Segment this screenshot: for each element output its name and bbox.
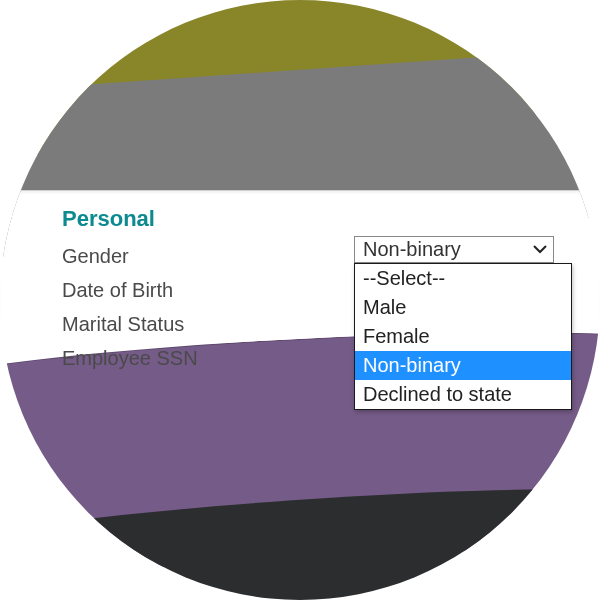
section-title: Personal — [62, 206, 580, 232]
chevron-down-icon — [533, 242, 547, 258]
label-gender: Gender — [62, 245, 332, 268]
label-dob: Date of Birth — [62, 279, 332, 302]
gender-option[interactable]: Male — [355, 293, 571, 322]
gender-option[interactable]: --Select-- — [355, 264, 571, 293]
label-marital: Marital Status — [62, 313, 332, 336]
gender-select[interactable]: Non-binary — [354, 236, 554, 263]
gender-option[interactable]: Female — [355, 322, 571, 351]
circular-viewport: Personal Gender Date of Birth Marital St… — [0, 0, 600, 600]
gender-select-value: Non-binary — [363, 238, 533, 261]
label-ssn: Employee SSN — [62, 347, 332, 370]
gender-option[interactable]: Declined to state — [355, 380, 571, 409]
gender-dropdown[interactable]: --Select-- Male Female Non-binary Declin… — [354, 263, 572, 410]
gender-option-highlighted[interactable]: Non-binary — [355, 351, 571, 380]
